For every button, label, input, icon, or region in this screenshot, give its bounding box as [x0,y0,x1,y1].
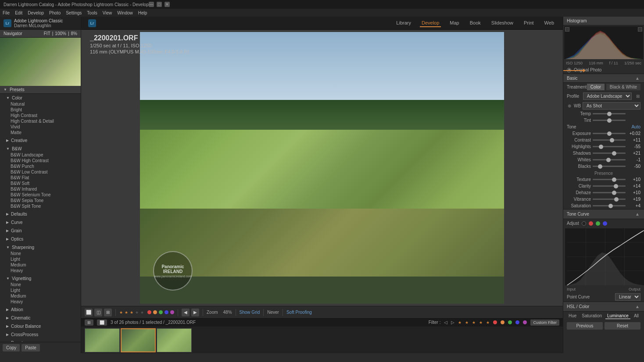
preset-bw-landscape[interactable]: B&W Landscape [0,152,81,158]
shadow-clip-indicator[interactable] [565,27,569,32]
preset-hc-detail[interactable]: High Contrast & Detail [0,118,81,124]
grid-view-btn[interactable]: ⊞ [85,319,93,326]
basic-expand-btn[interactable]: ▲ [634,75,640,81]
preset-vig-light[interactable]: Light [0,287,81,293]
contrast-track[interactable] [593,139,626,141]
preset-group-creative-header[interactable]: ▶Creative [0,137,81,144]
preset-vivid[interactable]: Vivid [0,124,81,130]
whites-track[interactable] [593,159,626,160]
highlight-clip-indicator[interactable] [638,27,642,32]
navigator-controls[interactable]: FIT | 100% | 8% [44,31,77,36]
reset-button[interactable]: Reset [605,322,640,330]
tint-thumb[interactable] [607,118,612,123]
filter-purple[interactable] [523,320,527,324]
maximize-btn[interactable]: □ [157,2,162,7]
extra-btn[interactable]: 8% [71,31,77,36]
filter-yellow[interactable] [501,320,504,324]
menu-file[interactable]: File [3,11,10,15]
menu-edit[interactable]: Edit [15,11,22,15]
preset-group-crossprocess-header[interactable]: ▶CrossProcess [0,331,81,338]
preset-group-optics-header[interactable]: ▶Optics [0,236,81,242]
star2[interactable]: ★ [125,310,128,315]
profile-browse-btn[interactable]: ⊞ [635,93,640,99]
filter-star3[interactable]: ★ [472,320,476,325]
highlights-track[interactable] [593,146,626,147]
navigator-header[interactable]: Navigator FIT | 100% | 8% [0,30,81,38]
yellow-label[interactable] [153,310,157,314]
preset-vig-medium[interactable]: Medium [0,293,81,299]
star5[interactable]: ★ [140,310,144,315]
loupe-btn[interactable]: ⬜ [85,309,93,316]
prev-photo-btn[interactable]: ◀ [182,309,190,316]
clarity-thumb[interactable] [614,184,618,188]
preset-bw-hc[interactable]: B&W High Contrast [0,158,81,163]
fit-btn[interactable]: FIT [44,31,50,36]
hsl-tab-all[interactable]: All [632,313,640,319]
menu-settings[interactable]: Settings [66,11,82,15]
tone-curve-header[interactable]: Tone Curve ▲ [563,209,644,219]
photo-container[interactable]: Panoramic IRELAND www.panoramicireland.c… [81,30,563,306]
hsl-collapse-btn[interactable]: ▲ [634,304,640,309]
histogram-header[interactable]: Histogram [563,17,644,25]
preset-group-sharpening-header[interactable]: ▼Sharpening [0,244,81,251]
preset-vig-none[interactable]: None [0,282,81,287]
menu-develop[interactable]: Develop [28,11,44,15]
exposure-track[interactable] [593,133,626,134]
pct-btn[interactable]: 100% [55,31,66,36]
preset-bright[interactable]: Bright [0,107,81,113]
red-label[interactable] [147,310,151,314]
profile-select[interactable]: Adobe Landscape [583,92,632,100]
preset-bw-selenium[interactable]: B&W Selenium Tone [0,192,81,198]
tint-track[interactable] [593,120,626,121]
vibrance-thumb[interactable] [614,197,619,202]
preset-natural[interactable]: Natural [0,101,81,107]
texture-thumb[interactable] [612,177,616,182]
preset-group-vignetting-header[interactable]: ▼Vignetting [0,275,81,282]
filter-star4[interactable]: ★ [479,320,483,325]
preset-sharp-medium[interactable]: Medium [0,262,81,268]
film-thumb-2[interactable] [121,328,156,352]
preset-bw-sepia[interactable]: B&W Sepia Tone [0,198,81,203]
preset-high-contrast[interactable]: High Contrast [0,113,81,118]
show-grid-label[interactable]: Show Grid [240,310,260,315]
tab-web[interactable]: Web [543,19,556,27]
preset-sharp-none[interactable]: None [0,251,81,256]
saturation-track[interactable] [593,205,626,206]
blue-label[interactable] [165,310,168,314]
hsl-tab-luminance[interactable]: Luminance [605,313,630,319]
copy-button[interactable]: Copy [3,344,20,351]
paste-button[interactable]: Paste [21,344,40,351]
texture-track[interactable] [593,179,626,180]
preset-group-cinematic-header[interactable]: ▶Cinematic [0,315,81,321]
previous-button[interactable]: Previous [567,322,603,330]
tone-curve-collapse-btn[interactable]: ▲ [634,211,640,217]
star3[interactable]: ★ [130,310,133,315]
dehaze-track[interactable] [593,192,626,193]
bw-treatment-btn[interactable]: Black & White [606,84,640,90]
filter-blue[interactable] [515,320,519,324]
tab-map[interactable]: Map [448,19,461,27]
menu-help[interactable]: Help [138,11,147,15]
hsl-header[interactable]: HSL / Color ▲ [563,302,644,312]
preset-bw-soft[interactable]: B&W Soft [0,181,81,186]
before-after-btn[interactable]: ◫ [94,309,102,316]
preset-bw-lc[interactable]: B&W Low Contrast [0,169,81,175]
temp-track[interactable] [593,113,626,114]
menu-photo[interactable]: Photo [49,11,61,15]
curve-red-dot[interactable] [589,221,593,226]
saturation-thumb[interactable] [608,204,613,208]
contrast-thumb[interactable] [610,138,614,142]
wb-eyedropper-btn[interactable]: ⊕ [567,103,572,109]
curve-green-dot[interactable] [596,221,600,226]
basic-header[interactable]: Basic ▲ [563,74,644,83]
star1[interactable]: ★ [119,310,123,315]
color-treatment-btn[interactable]: Color [587,84,605,90]
preset-sharp-heavy[interactable]: Heavy [0,268,81,273]
whites-thumb[interactable] [606,158,611,162]
preset-group-defaults-header[interactable]: ▶Defaults [0,211,81,217]
preset-matte[interactable]: Matte [0,130,81,135]
menu-tools[interactable]: Tools [87,11,97,15]
filter-nav2[interactable]: ▷ [451,320,454,325]
preset-group-bw-header[interactable]: ▼B&W [0,146,81,152]
preset-bw-punch[interactable]: B&W Punch [0,163,81,169]
